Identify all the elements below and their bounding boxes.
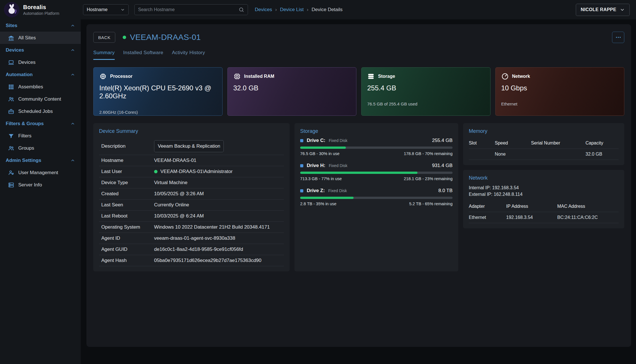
sidebar-section-admin-settings[interactable]: Admin Settings	[0, 154, 81, 166]
rabbit-logo-icon	[4, 2, 19, 17]
chevron-down-icon	[120, 7, 125, 12]
stat-card-sub: 2.60GHz (16-Cores)	[99, 110, 217, 115]
ram-icon	[233, 73, 241, 80]
internal-ip: Internal IP: 192.168.3.54	[469, 184, 619, 191]
sidebar-item-assemblies[interactable]: Assemblies	[0, 81, 81, 93]
storage-icon	[367, 73, 375, 80]
ip-addresses: Internal IP: 192.168.3.54 External IP: 1…	[469, 184, 619, 198]
tab-bar: Summary Installed Software Activity Hist…	[93, 50, 624, 60]
search-input[interactable]	[138, 7, 239, 12]
online-status-dot	[123, 36, 126, 39]
summary-row-description: Description	[99, 138, 284, 155]
drive-row-h: Drive H: Fixed Disk 931.4 GB 713.3 GB - …	[300, 163, 453, 181]
drive-usage-bar	[300, 172, 453, 174]
drive-usage-bar	[300, 147, 453, 149]
network-table: Adapter IP Address MAC Address Ethernet …	[469, 201, 619, 223]
sidebar-section-automation[interactable]: Automation	[0, 68, 81, 81]
groups-icon	[8, 145, 14, 151]
memory-table-header: Slot Speed Serial Number Capacity	[469, 138, 619, 149]
network-table-row: Ethernet 192.168.3.54 BC:24:11:CA:C6:2C	[469, 212, 619, 223]
ellipsis-icon	[615, 34, 621, 40]
summary-row-last-user: Last User VEEAM-DRAAS-01\Administrator	[99, 166, 284, 177]
detail-columns: Device Summary Description Hostname VEEA…	[93, 123, 624, 271]
sidebar-item-devices[interactable]: Devices	[0, 56, 81, 68]
device-summary-title: Device Summary	[99, 128, 284, 134]
app-name: Borealis	[23, 4, 59, 11]
description-input[interactable]	[154, 140, 224, 152]
summary-row-operating-system: Operating System Windows 10 2022 Datacen…	[99, 222, 284, 233]
chevron-down-icon	[620, 7, 625, 12]
drive-usage-bar	[300, 197, 453, 199]
sidebar-item-scheduled-jobs[interactable]: Scheduled Jobs	[0, 105, 81, 117]
drive-remaining-label: 218.1 GB - 23% remaining	[404, 176, 453, 181]
assemblies-icon	[8, 84, 14, 90]
app-logo	[4, 2, 19, 17]
drive-used-label: 2.8 TB - 35% in use	[300, 202, 336, 206]
user-menu-button[interactable]: NICOLE RAPPE	[576, 4, 630, 16]
search-by-select[interactable]: Hostname	[83, 4, 129, 15]
tab-summary[interactable]: Summary	[93, 50, 115, 60]
stat-card-installed-ram: Installed RAM 32.0 GB	[227, 67, 357, 116]
sidebar-item-groups[interactable]: Groups	[0, 142, 81, 154]
drive-remaining-label: 178.8 GB - 70% remaining	[404, 151, 453, 156]
stat-card-label: Installed RAM	[244, 74, 274, 79]
summary-row-last-seen: Last Seen Currently Online	[99, 200, 284, 211]
storage-panel: Storage Drive C: Fixed Disk 255.4 GB	[294, 123, 458, 271]
sidebar-item-server-info[interactable]: Server Info	[0, 179, 81, 191]
stat-card-row: Processor Intel(R) Xeon(R) CPU E5-2690 v…	[93, 67, 624, 116]
network-icon	[501, 73, 509, 80]
sidebar-item-all-sites[interactable]: All Sites	[0, 32, 81, 44]
server-info-icon	[8, 182, 14, 188]
user-name: NICOLE RAPPE	[581, 7, 616, 12]
chevron-up-icon	[70, 48, 75, 52]
tab-installed-software[interactable]: Installed Software	[123, 50, 163, 60]
sidebar-item-label: Community Content	[18, 96, 61, 102]
device-name: VEEAM-DRAAS-01	[130, 33, 201, 42]
chevron-up-icon	[70, 158, 75, 163]
device-details-panel: BACK VEEAM-DRAAS-01 Summary Installed So…	[86, 24, 631, 347]
stat-card-sub: Ethernet	[501, 101, 619, 106]
filters-icon	[8, 133, 14, 139]
summary-row-hostname: Hostname VEEAM-DRAAS-01	[99, 155, 284, 166]
memory-panel-title: Memory	[469, 128, 619, 134]
sidebar-item-label: Server Info	[18, 182, 42, 188]
sidebar-section-devices[interactable]: Devices	[0, 44, 81, 56]
sidebar-section-filters-groups[interactable]: Filters & Groups	[0, 117, 81, 130]
drive-usage-bar-fill	[300, 197, 354, 199]
breadcrumb-device-list[interactable]: Device List	[280, 7, 304, 13]
summary-row-agent-hash: Agent Hash 05ba0e7935171d626ecea29b27d7a…	[99, 255, 284, 266]
drive-used-label: 713.3 GB - 77% in use	[300, 176, 342, 181]
chevron-up-icon	[70, 23, 75, 28]
device-title: VEEAM-DRAAS-01	[123, 33, 201, 42]
drive-row-c: Drive C: Fixed Disk 255.4 GB 76.5 GB - 3…	[300, 138, 453, 156]
main-content: BACK VEEAM-DRAAS-01 Summary Installed So…	[81, 19, 636, 364]
community-content-icon	[8, 96, 14, 102]
breadcrumb: Devices › Device List › Device Details	[255, 7, 343, 13]
device-summary-panel: Device Summary Description Hostname VEEA…	[93, 123, 290, 271]
storage-panel-title: Storage	[300, 128, 453, 134]
summary-row-last-reboot: Last Reboot 10/03/2025 @ 6:24 AM	[99, 211, 284, 222]
right-column: Memory Slot Speed Serial Number Capacity…	[463, 123, 624, 271]
breadcrumb-devices[interactable]: Devices	[255, 7, 272, 13]
tab-activity-history[interactable]: Activity History	[172, 50, 205, 60]
memory-table-row: None 32.0 GB	[469, 149, 619, 160]
drive-bullet-icon	[300, 164, 303, 167]
sidebar-item-community-content[interactable]: Community Content	[0, 93, 81, 105]
summary-row-agent-id: Agent ID veeam-draas-01-agent-svc-8930a3…	[99, 233, 284, 244]
topbar: Borealis Automation Platform Hostname De…	[0, 0, 636, 19]
cpu-icon	[99, 73, 107, 80]
drive-usage-bar-fill	[300, 172, 417, 174]
search-icon	[239, 7, 244, 13]
sidebar-item-label: Filters	[18, 133, 31, 139]
sidebar-item-user-management[interactable]: User Management	[0, 166, 81, 179]
user-management-icon	[8, 170, 14, 176]
sidebar-item-filters[interactable]: Filters	[0, 130, 81, 142]
back-button[interactable]: BACK	[93, 32, 115, 43]
breadcrumb-separator: ›	[275, 7, 277, 13]
drive-usage-bar-fill	[300, 147, 346, 149]
sidebar-section-sites[interactable]: Sites	[0, 19, 81, 32]
drive-bullet-icon	[300, 189, 303, 192]
memory-table: Slot Speed Serial Number Capacity None 3…	[469, 138, 619, 160]
more-actions-button[interactable]	[612, 32, 624, 43]
panel-header: BACK VEEAM-DRAAS-01	[93, 32, 624, 43]
